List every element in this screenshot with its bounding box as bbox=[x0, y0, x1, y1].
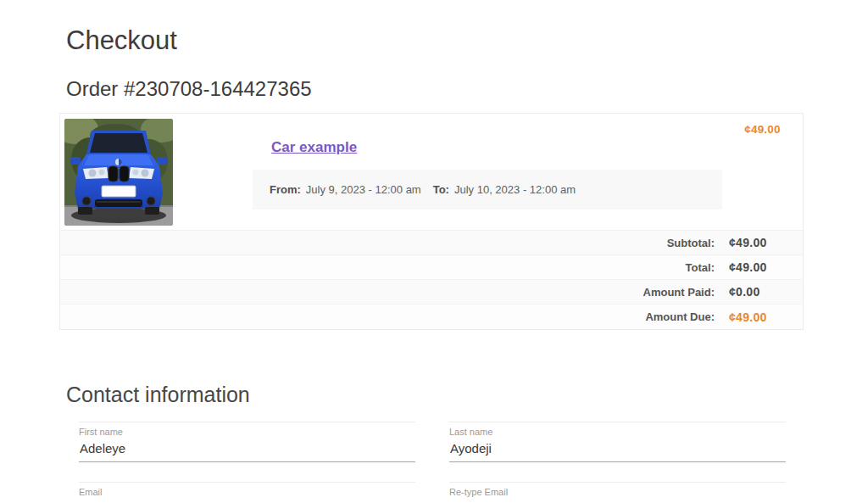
summary-row-subtotal: Subtotal: ¢49.00 bbox=[60, 231, 803, 255]
booking-dates: From: July 9, 2023 - 12:00 am To: July 1… bbox=[253, 170, 722, 210]
retype-email-field: Re-type Email bbox=[449, 482, 786, 503]
last-name-label: Last name bbox=[449, 427, 786, 438]
summary-row-amount-due: Amount Due: ¢49.00 bbox=[60, 305, 803, 329]
subtotal-label: Subtotal: bbox=[60, 237, 729, 249]
product-image-cell bbox=[60, 114, 253, 230]
item-price-cell: ¢49.00 bbox=[722, 114, 803, 230]
page-title: Checkout bbox=[66, 25, 804, 56]
amount-due-value: ¢49.00 bbox=[729, 310, 803, 324]
first-name-label: First name bbox=[79, 427, 415, 438]
total-label: Total: bbox=[60, 261, 729, 274]
product-image bbox=[64, 119, 173, 226]
amount-paid-label: Amount Paid: bbox=[60, 286, 729, 299]
order-summary: Subtotal: ¢49.00 Total: ¢49.00 Amount Pa… bbox=[60, 231, 803, 329]
contact-form: First name Last name Email Re-type Email bbox=[79, 422, 804, 503]
summary-row-amount-paid: Amount Paid: ¢0.00 bbox=[60, 280, 803, 305]
retype-email-input[interactable] bbox=[449, 498, 786, 503]
to-value: July 10, 2023 - 12:00 am bbox=[454, 183, 576, 196]
amount-due-label: Amount Due: bbox=[60, 310, 729, 323]
last-name-input[interactable] bbox=[449, 438, 786, 462]
item-price: ¢49.00 bbox=[744, 123, 781, 136]
subtotal-value: ¢49.00 bbox=[729, 236, 803, 249]
checkout-page: Checkout Order #230708-164427365 bbox=[0, 25, 868, 503]
order-table: Car example From: July 9, 2023 - 12:00 a… bbox=[59, 113, 804, 330]
amount-paid-value: ¢0.00 bbox=[729, 285, 803, 299]
summary-row-total: Total: ¢49.00 bbox=[60, 255, 803, 280]
email-label: Email bbox=[79, 487, 415, 498]
contact-heading: Contact information bbox=[66, 383, 804, 407]
email-field: Email bbox=[79, 482, 415, 503]
from-label: From: bbox=[270, 183, 301, 196]
last-name-field: Last name bbox=[449, 422, 786, 462]
retype-email-label: Re-type Email bbox=[449, 487, 786, 498]
order-heading: Order #230708-164427365 bbox=[66, 77, 804, 101]
product-details-cell: Car example From: July 9, 2023 - 12:00 a… bbox=[253, 114, 722, 230]
from-value: July 9, 2023 - 12:00 am bbox=[306, 183, 421, 196]
first-name-input[interactable] bbox=[79, 438, 415, 462]
to-label: To: bbox=[433, 183, 449, 196]
product-link[interactable]: Car example bbox=[271, 139, 357, 156]
first-name-field: First name bbox=[79, 422, 415, 462]
email-input[interactable] bbox=[79, 498, 415, 503]
order-item-row: Car example From: July 9, 2023 - 12:00 a… bbox=[60, 114, 803, 231]
total-value: ¢49.00 bbox=[729, 260, 803, 274]
